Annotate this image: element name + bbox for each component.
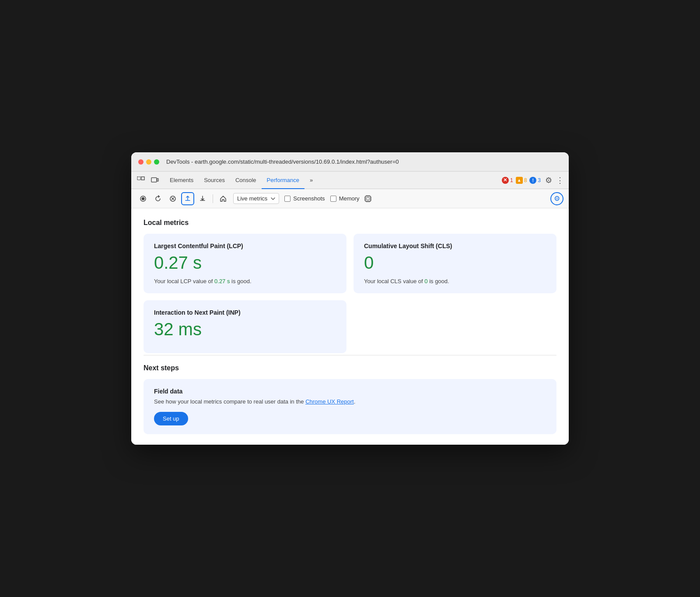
inspect-icon-button[interactable] (135, 174, 147, 186)
svg-rect-3 (157, 179, 158, 181)
lcp-desc: Your local LCP value of 0.27 s is good. (154, 278, 336, 284)
toolbar-divider (213, 194, 213, 203)
record-button[interactable] (136, 192, 150, 205)
upload-button[interactable] (181, 192, 194, 205)
lcp-card: Largest Contentful Paint (LCP) 0.27 s Yo… (144, 234, 346, 293)
field-data-title: Field data (154, 388, 546, 395)
local-metrics-section: Local metrics Largest Contentful Paint (… (144, 219, 556, 353)
tab-console[interactable]: Console (230, 172, 262, 189)
tab-more[interactable]: » (304, 172, 318, 189)
window-title: DevTools - earth.google.com/static/multi… (166, 158, 399, 165)
svg-rect-10 (367, 197, 369, 200)
clear-button[interactable] (166, 192, 179, 205)
devtools-settings-button[interactable]: ⚙ (542, 174, 555, 186)
error-icon: ✕ (502, 177, 509, 184)
lcp-label: Largest Contentful Paint (LCP) (154, 242, 336, 249)
tab-performance[interactable]: Performance (262, 172, 304, 189)
field-data-desc: See how your local metrics compare to re… (154, 398, 546, 405)
error-badge[interactable]: ✕ 1 (502, 177, 513, 184)
reload-button[interactable] (151, 192, 164, 205)
device-toggle-button[interactable] (149, 174, 161, 186)
performance-toolbar: Live metrics Screenshots Memory (131, 189, 569, 208)
info-badge[interactable]: ! 3 (529, 177, 541, 184)
minimize-button[interactable] (146, 159, 151, 165)
next-steps-title: Next steps (144, 364, 556, 372)
inp-value: 32 ms (154, 320, 336, 339)
tab-elements[interactable]: Elements (164, 172, 199, 189)
home-button[interactable] (217, 192, 230, 205)
chrome-ux-report-link[interactable]: Chrome UX Report (305, 398, 354, 405)
live-metrics-dropdown[interactable]: Live metrics (233, 193, 279, 204)
metrics-grid: Largest Contentful Paint (LCP) 0.27 s Yo… (144, 234, 556, 293)
svg-rect-0 (137, 177, 140, 180)
inp-label: Interaction to Next Paint (INP) (154, 309, 336, 316)
inp-card-wrapper: Interaction to Next Paint (INP) 32 ms (144, 300, 346, 353)
badge-group: ✕ 1 ▲ 8 ! 3 (502, 177, 541, 184)
cls-label: Cumulative Layout Shift (CLS) (364, 242, 546, 249)
tab-sources[interactable]: Sources (199, 172, 230, 189)
traffic-lights (138, 159, 159, 165)
memory-checkbox-box[interactable] (330, 196, 336, 202)
devtools-tab-bar: Elements Sources Console Performance » ✕… (131, 172, 569, 189)
warning-icon: ▲ (516, 177, 523, 184)
svg-rect-2 (151, 178, 157, 182)
cls-card: Cumulative Layout Shift (CLS) 0 Your loc… (354, 234, 556, 293)
next-steps-section: Next steps Field data See how your local… (144, 355, 556, 434)
cls-desc: Your local CLS value of 0 is good. (364, 278, 546, 284)
devtools-more-button[interactable]: ⋮ (555, 174, 565, 186)
devtools-window: DevTools - earth.google.com/static/multi… (131, 152, 569, 445)
download-button[interactable] (196, 192, 209, 205)
performance-settings-button[interactable]: ⚙ (550, 192, 564, 205)
field-data-card: Field data See how your local metrics co… (144, 379, 556, 434)
memory-checkbox[interactable]: Memory (330, 195, 360, 202)
screenshots-checkbox-box[interactable] (284, 196, 290, 202)
lcp-value: 0.27 s (154, 253, 336, 273)
svg-rect-9 (365, 196, 371, 201)
cls-value: 0 (364, 253, 546, 273)
screenshots-checkbox[interactable]: Screenshots (284, 195, 325, 202)
svg-rect-1 (141, 177, 144, 180)
svg-point-5 (142, 197, 145, 200)
maximize-button[interactable] (154, 159, 159, 165)
inp-card: Interaction to Next Paint (INP) 32 ms (144, 300, 346, 353)
warning-badge[interactable]: ▲ 8 (516, 177, 527, 184)
performance-content: Local metrics Largest Contentful Paint (… (131, 208, 569, 445)
cpu-icon (363, 194, 373, 204)
setup-button[interactable]: Set up (154, 412, 188, 425)
title-bar: DevTools - earth.google.com/static/multi… (131, 152, 569, 172)
local-metrics-title: Local metrics (144, 219, 556, 227)
info-icon: ! (529, 177, 536, 184)
tab-icons (135, 174, 161, 186)
close-button[interactable] (138, 159, 144, 165)
